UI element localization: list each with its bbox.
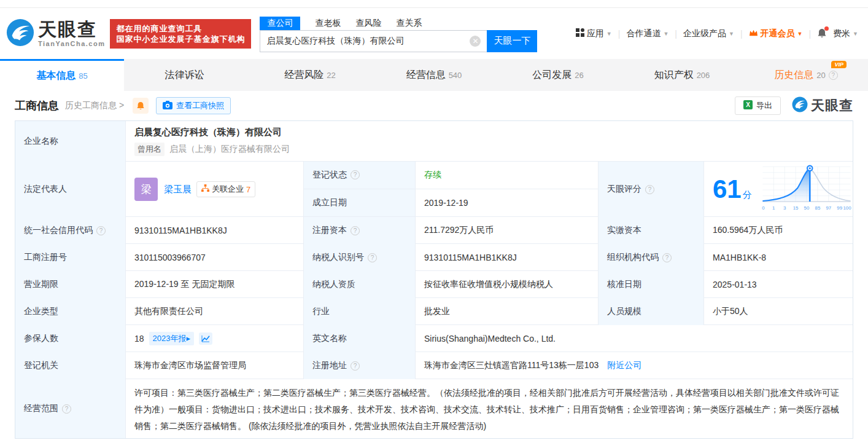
header: 天眼查 TianYanCha.com 都在用的商业查询工具 国家中小企业发展子基…: [0, 8, 868, 59]
company-name-label: 企业名称: [15, 121, 126, 162]
nav-user[interactable]: 费米▼: [833, 28, 858, 39]
table-row: 企业名称 启晨复心医疗科技（珠海）有限公司 曾用名 启晨（上海）医疗器械有限公司: [15, 121, 853, 162]
industry-value: 批发业: [416, 298, 599, 325]
help-icon[interactable]: ?: [351, 170, 360, 179]
search-tab-relation[interactable]: 查关系: [396, 17, 422, 30]
tianyancha-logo[interactable]: 天眼查 TianYanCha.com: [6, 18, 105, 49]
staff-size-label: 人员规模: [599, 298, 704, 325]
legal-rep-avatar: 梁: [134, 178, 158, 201]
taxpayer-id-value: 91310115MA1HB1KK8J: [416, 244, 599, 271]
reg-capital-label: 注册资本: [312, 225, 347, 236]
score-value: 61 分: [713, 176, 752, 202]
notification-dot: [824, 26, 829, 31]
tab-development[interactable]: 公司发展26: [496, 59, 620, 91]
trend-chart-icon[interactable]: [199, 332, 212, 345]
nav-enterprise[interactable]: 企业级产品▼: [683, 28, 734, 39]
taxpayer-id-label: 纳税人识别号: [312, 252, 364, 263]
paid-capital-label: 实缴资本: [599, 217, 704, 244]
history-business-info-link[interactable]: 历史工商信息 >: [65, 100, 124, 111]
reg-number-value: 310115003966707: [126, 244, 304, 271]
establish-date-label: 成立日期: [304, 189, 416, 217]
score-label: 天眼评分: [607, 184, 641, 195]
score-distribution-chart: 0 1 3 15 50 85 97 99 100: [761, 164, 853, 215]
english-name-label: 英文名称: [304, 325, 416, 352]
table-row: 登记机关 珠海市金湾区市场监督管理局 注册地址 ? 珠海市金湾区三灶镇遥官路11…: [15, 352, 853, 379]
insured-count-label: 参保人数: [15, 325, 126, 352]
former-name-value: 启晨（上海）医疗器械有限公司: [169, 144, 290, 155]
table-row: 工商注册号 310115003966707 纳税人识别号 ? 91310115M…: [15, 244, 853, 271]
business-info-section-header: 工商信息 历史工商信息 > 查看工商快照 X 导出 天眼查: [0, 91, 868, 120]
industry-label: 行业: [304, 298, 416, 325]
establish-date-value: 2019-12-19: [416, 189, 599, 217]
export-button[interactable]: X 导出: [735, 96, 781, 115]
taxpayer-quality-label: 纳税人资质: [304, 271, 416, 298]
help-icon[interactable]: ?: [645, 185, 654, 194]
reg-authority-value: 珠海市金湾区市场监督管理局: [126, 352, 304, 379]
excel-icon: X: [743, 100, 753, 111]
tab-legal[interactable]: 法律诉讼: [124, 59, 248, 91]
clear-search-icon[interactable]: ✕: [470, 36, 481, 47]
watermark-logo: 天眼查: [792, 96, 853, 115]
tianyancha-logo-icon: [792, 96, 808, 115]
insured-count-value: 18: [134, 334, 144, 344]
org-code-value: MA1HB1KK-8: [704, 244, 853, 271]
table-row: 企业类型 其他有限责任公司 行业 批发业 人员规模 小于50人: [15, 298, 853, 325]
former-name-badge: 曾用名: [134, 143, 165, 156]
tab-intellectual-property[interactable]: 知识产权206: [620, 59, 744, 91]
search-input[interactable]: [260, 30, 487, 52]
nav-apps[interactable]: 应用▼: [576, 28, 612, 39]
search-button[interactable]: 天眼一下: [487, 30, 537, 52]
help-icon[interactable]: ?: [829, 71, 838, 80]
reg-authority-label: 登记机关: [15, 352, 126, 379]
reg-status-label: 登记状态: [312, 170, 347, 181]
svg-text:97: 97: [826, 205, 831, 210]
table-row: 经营范围 ? 许可项目：第三类医疗器械生产；第二类医疗器械生产；第三类医疗器械经…: [15, 379, 853, 438]
legal-rep-name-link[interactable]: 梁玉晨: [164, 184, 192, 195]
reg-address-label: 注册地址: [312, 360, 347, 371]
credit-code-value: 91310115MA1HB1KK8J: [126, 217, 304, 244]
vip-badge: VIP: [831, 61, 847, 68]
svg-text:0: 0: [762, 205, 765, 210]
search-tab-risk[interactable]: 查风险: [355, 17, 381, 30]
approval-date-value: 2025-01-13: [704, 271, 853, 298]
svg-text:1: 1: [772, 205, 775, 210]
help-icon[interactable]: ?: [662, 253, 672, 262]
camera-icon: [163, 101, 172, 111]
tab-history-info[interactable]: VIP 历史信息20 ?: [744, 59, 868, 91]
chevron-down-icon: ▼: [729, 31, 734, 37]
slogan-line2: 国家中小企业发展子基金旗下机构: [116, 34, 245, 44]
annual-report-badge[interactable]: 2023年报▸: [149, 332, 194, 345]
help-icon[interactable]: ?: [351, 226, 360, 235]
table-row: 统一社会信用代码 ? 91310115MA1HB1KK8J 注册资本 ? 211…: [15, 217, 853, 244]
approval-date-label: 核准日期: [599, 271, 704, 298]
english-name-value: Sirius(Shanghai)Medtech Co., Ltd.: [416, 325, 853, 352]
business-scope-label: 经营范围: [24, 403, 58, 414]
svg-text:85: 85: [815, 205, 820, 210]
svg-text:3: 3: [783, 205, 786, 210]
brand-name: 天眼查: [38, 20, 105, 39]
org-code-label: 组织机构代码: [607, 252, 659, 263]
help-icon[interactable]: ?: [62, 404, 71, 414]
search-tab-boss[interactable]: 查老板: [315, 17, 341, 30]
nav-partner[interactable]: 合作通道▼: [626, 28, 668, 39]
help-icon[interactable]: ?: [96, 226, 106, 235]
business-term-value: 2019-12-19 至 无固定期限: [126, 271, 304, 298]
help-icon[interactable]: ?: [351, 361, 360, 371]
nearby-companies-link[interactable]: 附近公司: [607, 360, 641, 371]
help-icon[interactable]: ?: [368, 253, 377, 262]
tab-operation[interactable]: 经营信息540: [372, 59, 496, 91]
monitor-bell-button[interactable]: [133, 98, 149, 114]
related-companies-badge[interactable]: 关联企业 7: [196, 181, 255, 197]
tab-risk[interactable]: 经营风险22: [248, 59, 372, 91]
svg-text:99: 99: [837, 205, 842, 210]
svg-text:50: 50: [804, 205, 809, 210]
notification-bell-icon[interactable]: [817, 28, 827, 39]
search-tab-company[interactable]: 查公司: [260, 17, 300, 30]
business-scope-value: 许可项目：第三类医疗器械生产；第二类医疗器械生产；第三类医疗器械经营。（依法须经…: [126, 379, 853, 438]
business-term-label: 营业期限: [15, 271, 126, 298]
view-snapshot-button[interactable]: 查看工商快照: [156, 97, 231, 114]
crown-icon: [749, 29, 758, 39]
tab-basic-info[interactable]: 基本信息85: [0, 59, 124, 91]
staff-size-value: 小于50人: [704, 298, 853, 325]
nav-open-vip[interactable]: 开通会员▼: [749, 28, 803, 39]
